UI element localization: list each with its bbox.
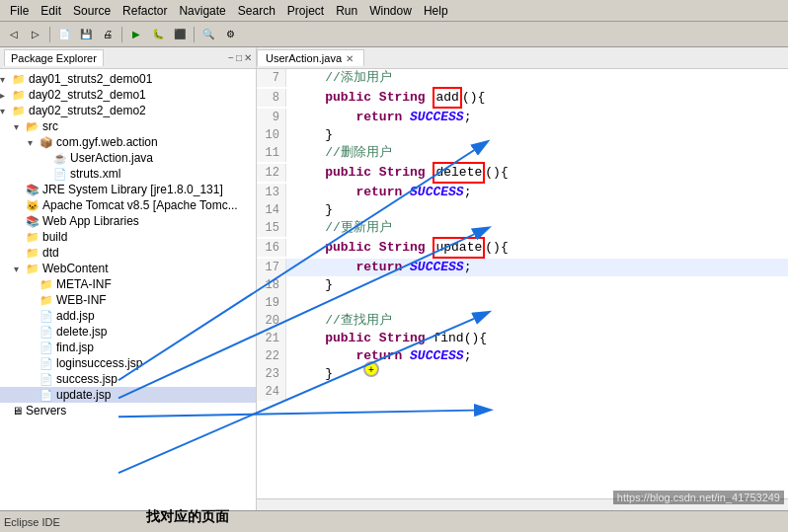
toolbar-settings[interactable]: ⚙ bbox=[220, 25, 240, 44]
tree-icon-src: 📂 bbox=[26, 120, 39, 133]
tree-item-dtd[interactable]: 📁dtd bbox=[0, 245, 256, 261]
horizontal-scrollbar[interactable] bbox=[257, 498, 788, 510]
code-line-13: 13 return SUCCESS; bbox=[257, 184, 788, 201]
editor-tab-useraction[interactable]: UserAction.java ✕ bbox=[257, 49, 364, 66]
menu-window[interactable]: Window bbox=[363, 3, 418, 19]
toolbar-back[interactable]: ◁ bbox=[4, 25, 24, 44]
tree-icon-webcontent: 📁 bbox=[26, 263, 39, 275]
code-line-15: 15 //更新用户 bbox=[257, 219, 788, 237]
toolbar-forward[interactable]: ▷ bbox=[26, 25, 45, 44]
maximize-icon[interactable]: □ bbox=[236, 52, 242, 63]
statusbar: Eclipse IDE bbox=[0, 510, 788, 532]
tree-item-success[interactable]: 📄success.jsp bbox=[0, 371, 256, 387]
file-tree: ▾📁day01_struts2_demo01▸📁day02_struts2_de… bbox=[0, 69, 256, 510]
tree-item-src[interactable]: ▾📂src bbox=[0, 118, 256, 134]
tree-item-build[interactable]: 📁build bbox=[0, 229, 256, 245]
status-text: Eclipse IDE bbox=[4, 516, 60, 528]
tree-item-pkg[interactable]: ▾📦com.gyf.web.action bbox=[0, 134, 256, 150]
tree-toggle-day02_1: ▸ bbox=[0, 90, 12, 101]
tree-label-build: build bbox=[42, 230, 67, 244]
tree-item-webinf[interactable]: 📁WEB-INF bbox=[0, 292, 256, 308]
toolbar-sep-3 bbox=[194, 27, 195, 42]
tree-item-jre[interactable]: 📚JRE System Library [jre1.8.0_131] bbox=[0, 182, 256, 197]
toolbar-stop[interactable]: ⬛ bbox=[170, 25, 190, 44]
tree-label-day02_2: day02_struts2_demo2 bbox=[29, 104, 146, 117]
toolbar-new[interactable]: 📄 bbox=[54, 25, 74, 44]
tree-item-day02_2[interactable]: ▾📁day02_struts2_demo2 bbox=[0, 103, 256, 118]
toolbar-search[interactable]: 🔍 bbox=[198, 25, 218, 44]
tree-toggle-pkg: ▾ bbox=[28, 137, 39, 148]
code-line-10: 10 } bbox=[257, 126, 788, 144]
code-line-11: 11 //删除用户 bbox=[257, 144, 788, 162]
tree-toggle-webcontent: ▾ bbox=[14, 264, 26, 274]
tree-label-meta: META-INF bbox=[56, 277, 112, 291]
tree-label-servers: Servers bbox=[26, 404, 66, 418]
tree-item-loginsuccess[interactable]: 📄loginsuccess.jsp bbox=[0, 355, 256, 371]
tree-label-useraction: UserAction.java bbox=[70, 151, 153, 165]
tree-icon-webinf: 📁 bbox=[39, 294, 53, 307]
tree-icon-useraction: ☕ bbox=[53, 152, 67, 165]
tree-item-add[interactable]: 📄add.jsp bbox=[0, 308, 256, 324]
code-editor[interactable]: 7 //添加用户8 public String add(){9 return S… bbox=[257, 69, 788, 498]
code-line-22: 22 return SUCCESS; bbox=[257, 347, 788, 365]
tree-item-delete[interactable]: 📄delete.jsp bbox=[0, 324, 256, 340]
tree-icon-day02_2: 📁 bbox=[12, 105, 26, 117]
menu-navigate[interactable]: Navigate bbox=[173, 3, 231, 19]
close-icon[interactable]: ✕ bbox=[244, 52, 252, 63]
tree-label-loginsuccess: loginsuccess.jsp bbox=[56, 356, 142, 370]
editor-tab-close[interactable]: ✕ bbox=[346, 53, 354, 64]
tree-item-day02_1[interactable]: ▸📁day02_struts2_demo1 bbox=[0, 87, 256, 103]
code-line-12: 12 public String delete(){ bbox=[257, 162, 788, 184]
tree-label-day02_1: day02_struts2_demo1 bbox=[29, 88, 146, 102]
tree-label-success: success.jsp bbox=[56, 372, 118, 386]
tree-item-servers[interactable]: 🖥Servers bbox=[0, 403, 256, 418]
left-panel-icons: − □ ✕ bbox=[228, 52, 252, 63]
tree-item-meta[interactable]: 📁META-INF bbox=[0, 276, 256, 292]
code-line-24: 24 bbox=[257, 383, 788, 401]
menu-help[interactable]: Help bbox=[418, 3, 454, 19]
tree-icon-update: 📄 bbox=[39, 389, 53, 402]
minimize-icon[interactable]: − bbox=[228, 52, 234, 63]
package-explorer-tab[interactable]: Package Explorer bbox=[4, 49, 104, 66]
tree-icon-tomcat: 🐱 bbox=[26, 199, 39, 212]
code-line-21: 21 public String find(){ bbox=[257, 330, 788, 347]
code-line-23: 23 } bbox=[257, 365, 788, 383]
tree-item-webcontent[interactable]: ▾📁WebContent bbox=[0, 261, 256, 276]
tree-item-struts[interactable]: 📄struts.xml bbox=[0, 166, 256, 182]
tree-item-useraction[interactable]: ☕UserAction.java bbox=[0, 150, 256, 166]
tree-label-find: find.jsp bbox=[56, 341, 94, 354]
tree-label-add: add.jsp bbox=[56, 309, 95, 323]
toolbar-debug[interactable]: 🐛 bbox=[148, 25, 168, 44]
toolbar-sep-1 bbox=[49, 27, 50, 42]
tree-label-pkg: com.gyf.web.action bbox=[56, 135, 158, 149]
tree-label-update: update.jsp bbox=[56, 388, 111, 402]
menu-source[interactable]: Source bbox=[67, 3, 117, 19]
tree-icon-delete: 📄 bbox=[39, 326, 53, 339]
menu-edit[interactable]: Edit bbox=[35, 3, 67, 19]
tree-item-update[interactable]: 📄update.jsp bbox=[0, 387, 256, 403]
menu-refactor[interactable]: Refactor bbox=[117, 3, 173, 19]
tree-item-find[interactable]: 📄find.jsp bbox=[0, 340, 256, 355]
menubar: File Edit Source Refactor Navigate Searc… bbox=[0, 0, 788, 22]
tree-label-jre: JRE System Library [jre1.8.0_131] bbox=[42, 183, 223, 196]
toolbar-print[interactable]: 🖨 bbox=[98, 25, 118, 44]
menu-search[interactable]: Search bbox=[232, 3, 281, 19]
tree-label-delete: delete.jsp bbox=[56, 325, 107, 339]
tree-icon-build: 📁 bbox=[26, 231, 39, 244]
tree-label-webapp: Web App Libraries bbox=[42, 214, 139, 228]
tree-icon-pkg: 📦 bbox=[39, 136, 53, 149]
toolbar-run[interactable]: ▶ bbox=[126, 25, 146, 44]
menu-run[interactable]: Run bbox=[330, 3, 363, 19]
menu-project[interactable]: Project bbox=[281, 3, 330, 19]
code-line-14: 14 } bbox=[257, 201, 788, 219]
tree-label-webinf: WEB-INF bbox=[56, 293, 107, 307]
menu-file[interactable]: File bbox=[4, 3, 35, 19]
code-line-19: 19 bbox=[257, 294, 788, 312]
package-explorer-panel: Package Explorer − □ ✕ ▾📁day01_struts2_d… bbox=[0, 47, 257, 510]
tree-item-webapp[interactable]: 📚Web App Libraries bbox=[0, 213, 256, 229]
tree-item-tomcat[interactable]: 🐱Apache Tomcat v8.5 [Apache Tomc... bbox=[0, 197, 256, 213]
tree-icon-add: 📄 bbox=[39, 310, 53, 323]
toolbar-save[interactable]: 💾 bbox=[76, 25, 96, 44]
tree-item-day01[interactable]: ▾📁day01_struts2_demo01 bbox=[0, 71, 256, 87]
editor-tab-label: UserAction.java bbox=[266, 52, 342, 64]
